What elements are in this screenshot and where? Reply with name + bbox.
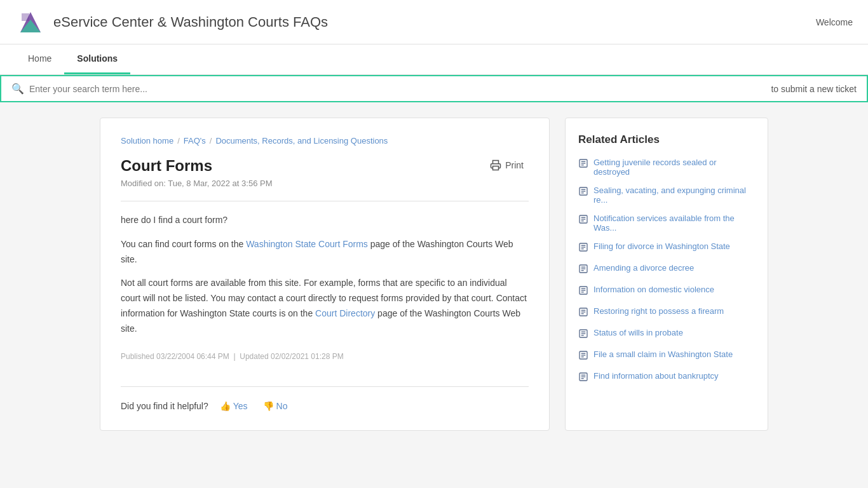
related-item-label: Filing for divorce in Washington State [593,241,730,251]
related-title: Related Articles [578,133,755,146]
court-directory-link[interactable]: Court Directory [315,308,375,318]
print-label: Print [505,160,524,170]
site-logo [15,7,46,37]
related-item-label: Amending a divorce decree [593,263,694,273]
article-icon [578,285,588,297]
header-logo-area: eService Center & Washington Courts FAQs [15,7,328,37]
related-item-label: File a small claim in Washington State [593,349,733,359]
search-input-area: 🔍 [11,83,764,95]
breadcrumb-documents[interactable]: Documents, Records, and Licensing Questi… [215,136,388,146]
main-content: Solution home / FAQ's / Documents, Recor… [85,118,783,431]
article-icon [578,350,588,362]
page-header: eService Center & Washington Courts FAQs… [0,0,868,44]
court-forms-link[interactable]: Washington State Court Forms [246,239,368,249]
breadcrumb-faqs[interactable]: FAQ's [184,136,206,146]
helpful-section: Did you find it helpful? 👍 Yes 👎 No [121,386,529,412]
article-p1-prefix: You can find court forms on the [121,239,246,249]
nav-solutions[interactable]: Solutions [64,44,130,74]
breadcrumb-sep-1: / [177,136,180,146]
article-footer: Published 03/22/2004 06:44 PM | Updated … [121,352,529,361]
search-note: to submit a new ticket [771,84,857,94]
article-top-divider [121,201,529,201]
nav-home[interactable]: Home [15,44,64,74]
site-title: eService Center & Washington Courts FAQs [53,14,328,30]
svg-rect-4 [493,166,499,170]
no-label: No [276,401,288,411]
breadcrumb-sep-2: / [210,136,212,146]
related-item-label: Restoring right to possess a firearm [593,306,724,316]
thumbs-down-icon: 👎 [263,401,274,411]
breadcrumb: Solution home / FAQ's / Documents, Recor… [121,136,529,146]
yes-label: Yes [233,401,248,411]
article-icon [578,372,588,384]
search-bar: 🔍 to submit a new ticket [0,75,868,102]
search-input[interactable] [29,84,764,94]
related-item-label: Status of wills in probate [593,328,683,337]
welcome-text: Welcome [816,17,853,27]
article-icon [578,242,588,254]
article-icon [578,307,588,319]
article-intro: here do I find a court form? [121,213,529,228]
svg-rect-3 [22,13,29,21]
article-icon [578,186,588,198]
article-icon [578,214,588,226]
related-item[interactable]: Sealing, vacating, and expunging crimina… [578,186,755,205]
related-item[interactable]: Restoring right to possess a firearm [578,306,755,319]
main-nav: Home Solutions [0,44,868,75]
article-icon [578,329,588,341]
article-title: Court Forms [121,157,212,175]
related-item[interactable]: Find information about bankruptcy [578,371,755,384]
related-item-label: Find information about bankruptcy [593,371,719,381]
related-list: Getting juvenile records sealed or destr… [578,158,755,384]
related-item[interactable]: Notification services available from the… [578,214,755,233]
footer-separator: | [231,352,240,361]
article-panel: Solution home / FAQ's / Documents, Recor… [100,118,550,431]
no-button[interactable]: 👎 No [259,400,292,412]
related-item[interactable]: Filing for divorce in Washington State [578,241,755,254]
thumbs-up-icon: 👍 [220,401,231,411]
related-item[interactable]: Status of wills in probate [578,328,755,341]
related-item-label: Sealing, vacating, and expunging crimina… [593,186,755,205]
article-p1: You can find court forms on the Washingt… [121,237,529,268]
updated-date: Updated 02/02/2021 01:28 PM [240,352,343,361]
yes-button[interactable]: 👍 Yes [216,400,252,412]
print-icon [490,159,501,171]
print-button[interactable]: Print [485,157,529,173]
published-date: Published 03/22/2004 06:44 PM [121,352,229,361]
related-item[interactable]: File a small claim in Washington State [578,349,755,362]
article-meta: Modified on: Tue, 8 Mar, 2022 at 3:56 PM [121,179,529,188]
related-panel: Related Articles Getting juvenile record… [565,118,768,431]
search-icon: 🔍 [11,83,24,95]
article-title-row: Court Forms Print [121,157,529,175]
related-item-label: Information on domestic violence [593,285,714,294]
article-p2: Not all court forms are available from t… [121,276,529,336]
related-item-label: Notification services available from the… [593,214,755,233]
related-item[interactable]: Information on domestic violence [578,285,755,297]
helpful-question: Did you find it helpful? [121,401,208,411]
breadcrumb-solution-home[interactable]: Solution home [121,136,173,146]
article-icon [578,158,588,170]
article-body: here do I find a court form? You can fin… [121,213,529,337]
related-item[interactable]: Getting juvenile records sealed or destr… [578,158,755,177]
related-item-label: Getting juvenile records sealed or destr… [593,158,755,177]
related-item[interactable]: Amending a divorce decree [578,263,755,276]
article-icon [578,264,588,276]
